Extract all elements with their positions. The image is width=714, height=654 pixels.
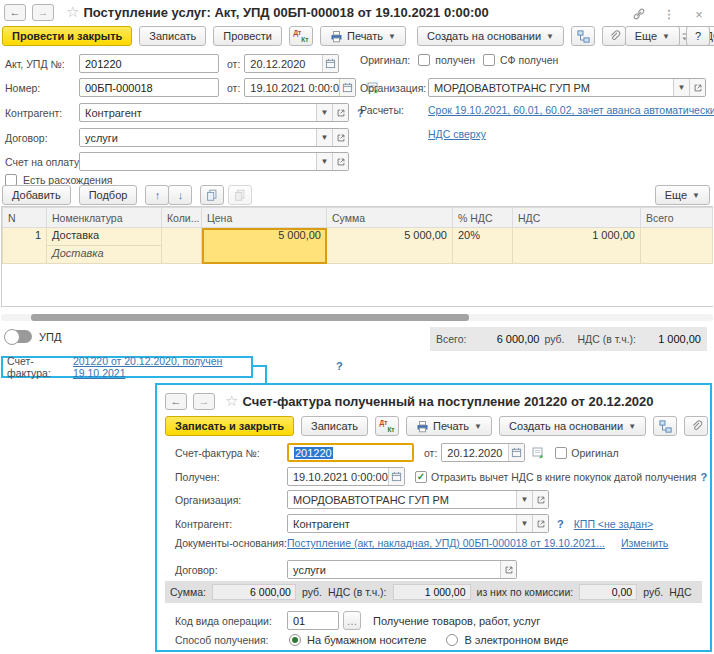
close-icon[interactable]: × xyxy=(690,5,708,23)
cell-vat[interactable]: 1 000,00 xyxy=(513,228,641,264)
document-refresh-icon[interactable] xyxy=(529,444,547,462)
vat-on-top-link[interactable]: НДС сверху xyxy=(428,128,486,140)
table-hscrollbar[interactable] xyxy=(1,314,713,321)
col-nomenclature[interactable]: Номенклатура xyxy=(47,208,162,228)
cell-total[interactable] xyxy=(641,228,713,264)
reflect-vat-checkbox[interactable]: ✓ xyxy=(415,471,427,483)
doc-number-input[interactable]: 00БП-000018 xyxy=(79,78,219,97)
move-down-icon[interactable]: ↓ xyxy=(168,185,192,205)
chevron-down-icon[interactable]: ▼ xyxy=(316,153,332,170)
chevron-down-icon[interactable]: ▼ xyxy=(516,491,532,508)
open-icon[interactable] xyxy=(532,491,548,508)
invoice-date-input[interactable]: 20.12.2020 xyxy=(441,443,525,462)
dtkt-entries-icon[interactable]: ДтКт xyxy=(289,26,313,46)
chevron-down-icon[interactable]: ▼ xyxy=(316,104,332,121)
more-dots-icon[interactable]: ⋮ xyxy=(660,5,678,23)
chevron-down-icon[interactable]: ▼ xyxy=(516,515,532,532)
table-row[interactable]: 1 Доставка 5 000,00 5 000,00 20% 1 000,0… xyxy=(3,228,713,246)
organization-input[interactable]: МОРДОВАВТОТРАНС ГУП РМ ▼ xyxy=(287,490,549,509)
counterparty-help-icon[interactable]: ? xyxy=(557,518,564,530)
open-icon[interactable] xyxy=(332,104,348,121)
link-icon[interactable] xyxy=(630,5,648,23)
paper-radio[interactable] xyxy=(289,634,301,646)
col-vat[interactable]: НДС xyxy=(513,208,641,228)
attachments-paperclip-icon[interactable] xyxy=(602,26,626,46)
cell-vat-pct[interactable]: 20% xyxy=(453,228,513,264)
operation-code-input[interactable]: 01 xyxy=(287,611,339,630)
paste-row-icon[interactable] xyxy=(228,185,252,205)
post-close-button[interactable]: Провести и закрыть xyxy=(2,26,132,46)
attachments-paperclip-icon[interactable] xyxy=(684,416,708,436)
counterparty-input[interactable]: Контрагент ▼ xyxy=(79,103,349,122)
move-up-icon[interactable]: ↑ xyxy=(145,185,169,205)
electronic-radio[interactable] xyxy=(446,634,458,646)
bill-input[interactable]: ▼ xyxy=(79,152,349,171)
organization-input[interactable]: МОРДОВАВТОТРАНС ГУП РМ ▼ xyxy=(428,78,706,97)
create-based-button[interactable]: Создать на основании▼ xyxy=(499,416,646,436)
print-button[interactable]: Печать▼ xyxy=(406,416,492,436)
open-icon[interactable] xyxy=(689,79,705,96)
cell-service-content[interactable]: Доставка xyxy=(47,246,162,264)
save-close-button[interactable]: Записать и закрыть xyxy=(165,416,294,436)
cell-n[interactable]: 1 xyxy=(3,228,47,264)
forward-button[interactable]: → xyxy=(32,4,54,21)
chevron-down-icon[interactable]: ▼ xyxy=(316,129,332,146)
contract-input[interactable]: услуги ▼ xyxy=(79,128,349,147)
original-received-checkbox[interactable] xyxy=(418,54,430,66)
calendar-icon[interactable] xyxy=(322,55,338,72)
sf-received-checkbox[interactable] xyxy=(483,54,495,66)
create-based-button[interactable]: Создать на основании▼ xyxy=(417,26,564,46)
upd-toggle[interactable] xyxy=(5,330,32,343)
print-button[interactable]: Печать▼ xyxy=(320,26,406,46)
contract-input[interactable]: услуги xyxy=(287,560,517,579)
settlements-link[interactable]: Срок 19.10.2021, 60.01, 60.02, зачет ава… xyxy=(428,104,714,116)
back-button[interactable]: ← xyxy=(4,4,26,21)
act-date-input[interactable]: 20.12.2020 xyxy=(244,54,339,73)
copy-row-icon[interactable] xyxy=(200,185,224,205)
hscrollbar-thumb[interactable] xyxy=(31,314,469,321)
dtkt-entries-icon[interactable]: ДтКт xyxy=(375,416,399,436)
base-document-link[interactable]: Поступление (акт, накладная, УПД) 00БП-0… xyxy=(287,537,605,549)
act-number-input[interactable]: 201220 xyxy=(79,54,219,73)
operation-code-picker-button[interactable]: … xyxy=(343,611,361,630)
add-row-button[interactable]: Добавить xyxy=(2,185,71,205)
original-checkbox[interactable] xyxy=(555,447,567,459)
invoice-number-input[interactable]: 201220 xyxy=(287,443,414,462)
favorite-star-icon[interactable]: ☆ xyxy=(225,392,238,410)
calendar-icon[interactable] xyxy=(388,468,404,485)
col-qty[interactable]: Коли... xyxy=(162,208,202,228)
back-button[interactable]: ← xyxy=(165,393,187,410)
calendar-icon[interactable] xyxy=(508,444,524,461)
pick-button[interactable]: Подбор xyxy=(79,185,138,205)
cell-nomenclature[interactable]: Доставка xyxy=(47,228,162,246)
invoice-link[interactable]: 201220 от 20.12.2020, получен 19.10.2021 xyxy=(73,355,247,379)
received-date-input[interactable]: 19.10.2021 0:00:00 xyxy=(287,467,405,486)
chevron-down-icon[interactable]: ▼ xyxy=(673,79,689,96)
save-button[interactable]: Записать xyxy=(139,26,206,46)
items-more-button[interactable]: Еще▼ xyxy=(655,185,710,205)
col-n[interactable]: N xyxy=(3,208,47,228)
col-price[interactable]: Цена xyxy=(202,208,327,228)
cell-sum[interactable]: 5 000,00 xyxy=(327,228,453,264)
forward-button[interactable]: → xyxy=(193,393,215,410)
reflect-vat-help-icon[interactable]: ? xyxy=(700,471,707,483)
open-icon[interactable] xyxy=(532,515,548,532)
invoice-help-icon[interactable]: ? xyxy=(336,360,343,372)
kpp-link[interactable]: КПП <не задан> xyxy=(574,518,653,530)
save-button[interactable]: Записать xyxy=(301,416,368,436)
counterparty-input[interactable]: Контрагент ▼ xyxy=(287,514,549,533)
cell-qty[interactable] xyxy=(162,228,202,264)
more-button[interactable]: Еще▼ xyxy=(625,26,680,46)
post-button[interactable]: Провести xyxy=(213,26,282,46)
related-documents-icon[interactable] xyxy=(653,416,677,436)
help-button[interactable]: ? xyxy=(686,26,710,46)
open-icon[interactable] xyxy=(332,153,348,170)
col-vat-pct[interactable]: % НДС xyxy=(453,208,513,228)
calendar-icon[interactable] xyxy=(339,79,355,96)
change-link[interactable]: Изменить xyxy=(621,537,668,549)
related-documents-icon[interactable] xyxy=(571,26,595,46)
col-total[interactable]: Всего xyxy=(641,208,713,228)
doc-date-input[interactable]: 19.10.2021 0:00:00 xyxy=(244,78,356,97)
open-icon[interactable] xyxy=(332,129,348,146)
col-sum[interactable]: Сумма xyxy=(327,208,453,228)
